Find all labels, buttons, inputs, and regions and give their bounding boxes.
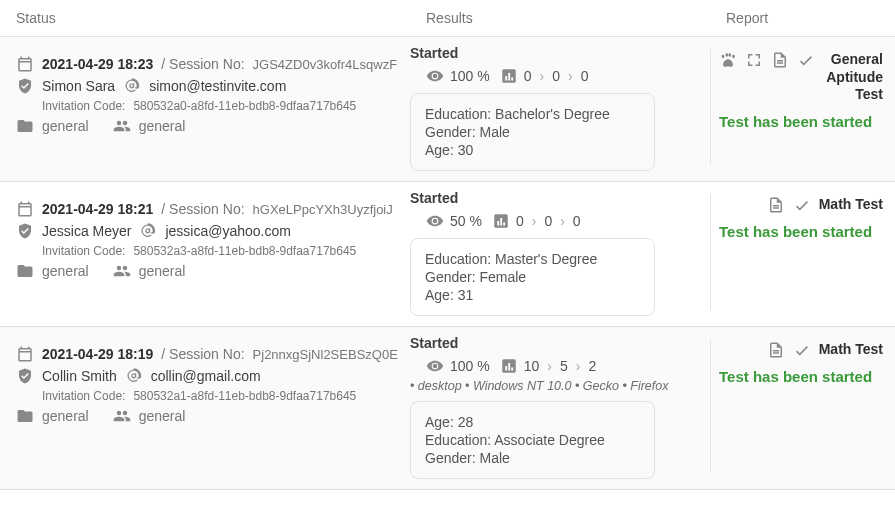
report-header: General Aptitude Test: [719, 51, 883, 104]
status-cell: 2021-04-29 18:19 / Session No: Pj2nnxgSj…: [0, 333, 410, 429]
status-cell: 2021-04-29 18:23 / Session No: JGS4ZD0v3…: [0, 43, 410, 139]
candidate-email: collin@gmail.com: [151, 368, 261, 384]
at-icon: [125, 367, 143, 385]
report-cell: Math Test Test has been started: [719, 188, 895, 242]
candidate-email: jessica@yahoo.com: [165, 223, 291, 239]
calendar-icon: [16, 55, 34, 73]
session-row[interactable]: 2021-04-29 18:21 / Session No: hGXeLPpcY…: [0, 182, 895, 327]
test-status: Test has been started: [719, 367, 883, 387]
folder-icon: [16, 407, 34, 425]
progress-value: 100 %: [450, 68, 490, 84]
invitation-code-value: 580532a3-a8fd-11eb-bdb8-9dfaa717b645: [133, 244, 356, 258]
candidate-email: simon@testinvite.com: [149, 78, 286, 94]
col-header-results: Results: [426, 10, 726, 26]
folder-name: general: [42, 408, 89, 424]
invitation-code-label: Invitation Code:: [42, 99, 125, 113]
shield-icon: [16, 222, 34, 240]
group-icon: [113, 117, 131, 135]
progress-value: 100 %: [450, 358, 490, 374]
document-icon: [767, 196, 785, 214]
results-cell: Started 100 % 0 › 0 › 0 Education: Bache…: [410, 43, 710, 171]
session-row[interactable]: 2021-04-29 18:23 / Session No: JGS4ZD0v3…: [0, 37, 895, 182]
result-metrics: 50 % 0 › 0 › 0: [426, 212, 710, 230]
result-metrics: 100 % 0 › 0 › 0: [426, 67, 710, 85]
test-name[interactable]: Math Test: [819, 196, 883, 214]
candidate-info-box: Age: 28Education: Associate DegreeGender…: [410, 401, 655, 479]
info-age: Age: 28: [425, 414, 640, 430]
session-no-label: / Session No:: [161, 346, 244, 362]
group-icon: [113, 407, 131, 425]
count-2: 0: [552, 68, 560, 84]
eye-icon: [426, 212, 444, 230]
check-icon: [797, 51, 815, 69]
at-icon: [123, 77, 141, 95]
session-no-value: JGS4ZD0v3kofr4LsqwzF: [253, 57, 398, 72]
session-no-value: Pj2nnxgSjNl2SEBSzQ0E: [253, 347, 398, 362]
test-status: Test has been started: [719, 112, 883, 132]
info-education: Education: Master's Degree: [425, 251, 640, 267]
divider: [710, 49, 711, 165]
group-icon: [113, 262, 131, 280]
folder-name: general: [42, 263, 89, 279]
eye-icon: [426, 67, 444, 85]
session-datetime: 2021-04-29 18:19: [42, 346, 153, 362]
calendar-icon: [16, 345, 34, 363]
document-icon: [767, 341, 785, 359]
candidate-info-box: Education: Master's DegreeGender: Female…: [410, 238, 655, 316]
eye-icon: [426, 357, 444, 375]
result-state: Started: [410, 45, 710, 61]
group-name: general: [139, 263, 186, 279]
count-3: 2: [588, 358, 596, 374]
info-age: Age: 31: [425, 287, 640, 303]
invitation-code-value: 580532a0-a8fd-11eb-bdb8-9dfaa717b645: [133, 99, 356, 113]
count-1: 10: [524, 358, 540, 374]
chart-icon: [500, 67, 518, 85]
session-datetime: 2021-04-29 18:21: [42, 201, 153, 217]
col-header-report: Report: [726, 10, 879, 26]
at-icon: [139, 222, 157, 240]
check-icon: [793, 196, 811, 214]
info-age: Age: 30: [425, 142, 640, 158]
chart-icon: [492, 212, 510, 230]
expand-icon: [745, 51, 763, 69]
status-cell: 2021-04-29 18:21 / Session No: hGXeLPpcY…: [0, 188, 410, 284]
candidate-info-box: Education: Bachelor's DegreeGender: Male…: [410, 93, 655, 171]
invitation-code-value: 580532a1-a8fd-11eb-bdb8-9dfaa717b645: [133, 389, 356, 403]
session-datetime: 2021-04-29 18:23: [42, 56, 153, 72]
check-icon: [793, 341, 811, 359]
session-row[interactable]: 2021-04-29 18:19 / Session No: Pj2nnxgSj…: [0, 327, 895, 490]
session-no-label: / Session No:: [161, 201, 244, 217]
info-education: Education: Associate Degree: [425, 432, 640, 448]
folder-name: general: [42, 118, 89, 134]
shield-icon: [16, 367, 34, 385]
count-1: 0: [524, 68, 532, 84]
result-metrics: 100 % 10 › 5 › 2: [426, 357, 710, 375]
group-name: general: [139, 118, 186, 134]
folder-icon: [16, 262, 34, 280]
chart-icon: [500, 357, 518, 375]
test-status: Test has been started: [719, 222, 883, 242]
user-agent: • desktop • Windows NT 10.0 • Gecko • Fi…: [410, 379, 710, 393]
candidate-name: Collin Smith: [42, 368, 117, 384]
col-header-status: Status: [16, 10, 426, 26]
divider: [710, 194, 711, 310]
test-name[interactable]: General Aptitude Test: [823, 51, 883, 104]
results-cell: Started 100 % 10 › 5 › 2 • desktop • Win…: [410, 333, 710, 479]
test-name[interactable]: Math Test: [819, 341, 883, 359]
table-header: Status Results Report: [0, 0, 895, 37]
count-3: 0: [581, 68, 589, 84]
report-cell: Math Test Test has been started: [719, 333, 895, 387]
group-name: general: [139, 408, 186, 424]
paw-icon: [719, 51, 737, 69]
candidate-name: Jessica Meyer: [42, 223, 131, 239]
results-cell: Started 50 % 0 › 0 › 0 Education: Master…: [410, 188, 710, 316]
info-gender: Gender: Female: [425, 269, 640, 285]
session-no-label: / Session No:: [161, 56, 244, 72]
result-state: Started: [410, 190, 710, 206]
result-state: Started: [410, 335, 710, 351]
info-gender: Gender: Male: [425, 450, 640, 466]
shield-icon: [16, 77, 34, 95]
count-2: 5: [560, 358, 568, 374]
info-education: Education: Bachelor's Degree: [425, 106, 640, 122]
count-3: 0: [573, 213, 581, 229]
